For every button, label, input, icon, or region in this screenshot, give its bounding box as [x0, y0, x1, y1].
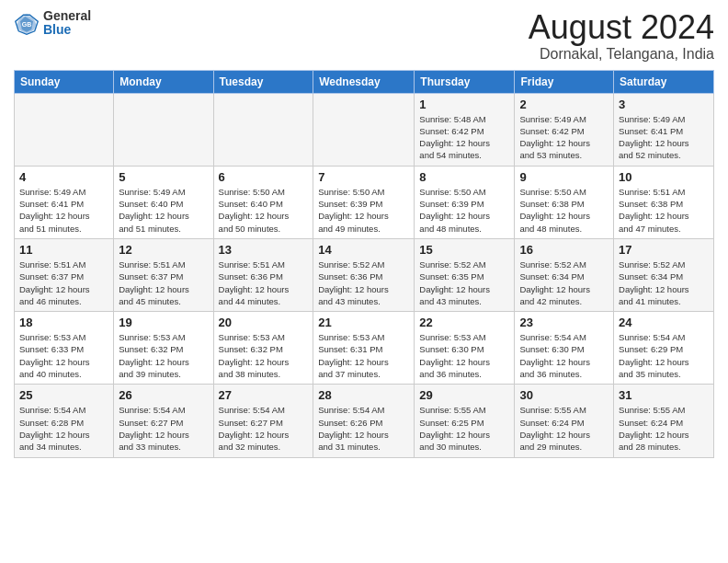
day-number: 29: [419, 388, 509, 402]
day-number: 9: [519, 170, 609, 184]
calendar-cell: [313, 93, 415, 166]
day-info: Sunrise: 5:49 AMSunset: 6:42 PMDaylight:…: [519, 113, 609, 162]
day-number: 12: [119, 243, 208, 257]
header-row: SundayMondayTuesdayWednesdayThursdayFrid…: [15, 70, 714, 93]
day-info: Sunrise: 5:52 AMSunset: 6:34 PMDaylight:…: [619, 259, 709, 307]
day-info: Sunrise: 5:51 AMSunset: 6:36 PMDaylight:…: [219, 259, 309, 307]
week-row-4: 18Sunrise: 5:53 AMSunset: 6:33 PMDayligh…: [15, 312, 714, 385]
day-number: 11: [19, 243, 108, 257]
day-number: 10: [619, 170, 709, 184]
header: GB General Blue August 2024 Dornakal, Te…: [14, 9, 714, 63]
day-number: 2: [519, 98, 609, 111]
calendar-cell: 13Sunrise: 5:51 AMSunset: 6:36 PMDayligh…: [213, 238, 313, 311]
calendar-cell: 29Sunrise: 5:55 AMSunset: 6:25 PMDayligh…: [415, 385, 515, 457]
day-number: 19: [119, 316, 208, 329]
day-info: Sunrise: 5:51 AMSunset: 6:37 PMDaylight:…: [19, 259, 108, 307]
day-number: 26: [119, 388, 208, 402]
day-info: Sunrise: 5:53 AMSunset: 6:31 PMDaylight:…: [318, 331, 409, 380]
day-number: 13: [219, 243, 309, 257]
day-info: Sunrise: 5:52 AMSunset: 6:36 PMDaylight:…: [318, 259, 409, 307]
day-number: 14: [318, 243, 409, 257]
day-info: Sunrise: 5:51 AMSunset: 6:37 PMDaylight:…: [119, 259, 208, 307]
calendar-cell: 14Sunrise: 5:52 AMSunset: 6:36 PMDayligh…: [313, 238, 415, 311]
day-number: 6: [219, 170, 309, 184]
calendar-cell: 30Sunrise: 5:55 AMSunset: 6:24 PMDayligh…: [515, 385, 614, 457]
day-number: 30: [519, 388, 609, 402]
day-number: 4: [19, 170, 108, 184]
day-number: 8: [419, 170, 509, 184]
calendar-cell: 3Sunrise: 5:49 AMSunset: 6:41 PMDaylight…: [614, 93, 714, 166]
day-info: Sunrise: 5:49 AMSunset: 6:41 PMDaylight:…: [19, 186, 108, 235]
day-info: Sunrise: 5:53 AMSunset: 6:30 PMDaylight:…: [419, 331, 509, 380]
day-info: Sunrise: 5:54 AMSunset: 6:27 PMDaylight:…: [219, 404, 309, 453]
calendar-cell: 31Sunrise: 5:55 AMSunset: 6:24 PMDayligh…: [614, 385, 714, 457]
calendar-cell: 26Sunrise: 5:54 AMSunset: 6:27 PMDayligh…: [114, 385, 213, 457]
day-info: Sunrise: 5:50 AMSunset: 6:38 PMDaylight:…: [519, 186, 609, 235]
col-header-saturday: Saturday: [614, 70, 714, 93]
day-info: Sunrise: 5:54 AMSunset: 6:30 PMDaylight:…: [519, 331, 609, 380]
col-header-monday: Monday: [114, 70, 213, 93]
calendar-cell: 16Sunrise: 5:52 AMSunset: 6:34 PMDayligh…: [515, 238, 614, 311]
calendar-cell: 24Sunrise: 5:54 AMSunset: 6:29 PMDayligh…: [614, 312, 714, 385]
logo-icon: GB: [14, 10, 40, 36]
day-number: 22: [419, 316, 509, 329]
logo: GB General Blue: [14, 9, 91, 38]
week-row-2: 4Sunrise: 5:49 AMSunset: 6:41 PMDaylight…: [15, 166, 714, 238]
day-info: Sunrise: 5:54 AMSunset: 6:27 PMDaylight:…: [119, 404, 208, 453]
day-number: 21: [318, 316, 409, 329]
day-info: Sunrise: 5:55 AMSunset: 6:24 PMDaylight:…: [519, 404, 609, 453]
calendar-cell: 12Sunrise: 5:51 AMSunset: 6:37 PMDayligh…: [114, 238, 213, 311]
calendar-cell: [114, 93, 213, 166]
day-number: 17: [619, 243, 709, 257]
calendar-cell: 11Sunrise: 5:51 AMSunset: 6:37 PMDayligh…: [15, 238, 114, 311]
svg-text:GB: GB: [22, 21, 32, 28]
day-info: Sunrise: 5:50 AMSunset: 6:39 PMDaylight:…: [318, 186, 409, 235]
calendar-cell: 23Sunrise: 5:54 AMSunset: 6:30 PMDayligh…: [515, 312, 614, 385]
day-number: 23: [519, 316, 609, 329]
day-info: Sunrise: 5:55 AMSunset: 6:24 PMDaylight:…: [619, 404, 709, 453]
day-number: 5: [119, 170, 208, 184]
calendar-table: SundayMondayTuesdayWednesdayThursdayFrid…: [14, 70, 714, 458]
week-row-1: 1Sunrise: 5:48 AMSunset: 6:42 PMDaylight…: [15, 93, 714, 166]
day-info: Sunrise: 5:48 AMSunset: 6:42 PMDaylight:…: [419, 113, 509, 162]
col-header-friday: Friday: [515, 70, 614, 93]
title-block: August 2024 Dornakal, Telangana, India: [529, 9, 714, 63]
week-row-5: 25Sunrise: 5:54 AMSunset: 6:28 PMDayligh…: [15, 385, 714, 457]
day-info: Sunrise: 5:54 AMSunset: 6:28 PMDaylight:…: [19, 404, 108, 453]
day-info: Sunrise: 5:52 AMSunset: 6:35 PMDaylight:…: [419, 259, 509, 307]
col-header-tuesday: Tuesday: [213, 70, 313, 93]
day-number: 28: [318, 388, 409, 402]
day-number: 20: [219, 316, 309, 329]
day-info: Sunrise: 5:51 AMSunset: 6:38 PMDaylight:…: [619, 186, 709, 235]
day-info: Sunrise: 5:50 AMSunset: 6:40 PMDaylight:…: [219, 186, 309, 235]
day-info: Sunrise: 5:53 AMSunset: 6:32 PMDaylight:…: [119, 331, 208, 380]
main-title: August 2024: [529, 9, 714, 46]
calendar-cell: 4Sunrise: 5:49 AMSunset: 6:41 PMDaylight…: [15, 166, 114, 238]
day-info: Sunrise: 5:54 AMSunset: 6:29 PMDaylight:…: [619, 331, 709, 380]
calendar-cell: [15, 93, 114, 166]
day-number: 31: [619, 388, 709, 402]
col-header-thursday: Thursday: [415, 70, 515, 93]
calendar-cell: 21Sunrise: 5:53 AMSunset: 6:31 PMDayligh…: [313, 312, 415, 385]
day-info: Sunrise: 5:49 AMSunset: 6:41 PMDaylight:…: [619, 113, 709, 162]
day-number: 24: [619, 316, 709, 329]
calendar-cell: 17Sunrise: 5:52 AMSunset: 6:34 PMDayligh…: [614, 238, 714, 311]
day-number: 18: [19, 316, 108, 329]
calendar-cell: 28Sunrise: 5:54 AMSunset: 6:26 PMDayligh…: [313, 385, 415, 457]
calendar-cell: 5Sunrise: 5:49 AMSunset: 6:40 PMDaylight…: [114, 166, 213, 238]
day-info: Sunrise: 5:53 AMSunset: 6:32 PMDaylight:…: [219, 331, 309, 380]
day-number: 16: [519, 243, 609, 257]
calendar-cell: 6Sunrise: 5:50 AMSunset: 6:40 PMDaylight…: [213, 166, 313, 238]
day-info: Sunrise: 5:50 AMSunset: 6:39 PMDaylight:…: [419, 186, 509, 235]
calendar-cell: 1Sunrise: 5:48 AMSunset: 6:42 PMDaylight…: [415, 93, 515, 166]
day-info: Sunrise: 5:52 AMSunset: 6:34 PMDaylight:…: [519, 259, 609, 307]
calendar-cell: 8Sunrise: 5:50 AMSunset: 6:39 PMDaylight…: [415, 166, 515, 238]
day-number: 7: [318, 170, 409, 184]
logo-blue-text: Blue: [43, 23, 91, 37]
subtitle: Dornakal, Telangana, India: [529, 46, 714, 63]
day-number: 27: [219, 388, 309, 402]
col-header-wednesday: Wednesday: [313, 70, 415, 93]
day-number: 1: [419, 98, 509, 111]
calendar-cell: 19Sunrise: 5:53 AMSunset: 6:32 PMDayligh…: [114, 312, 213, 385]
calendar-cell: 10Sunrise: 5:51 AMSunset: 6:38 PMDayligh…: [614, 166, 714, 238]
